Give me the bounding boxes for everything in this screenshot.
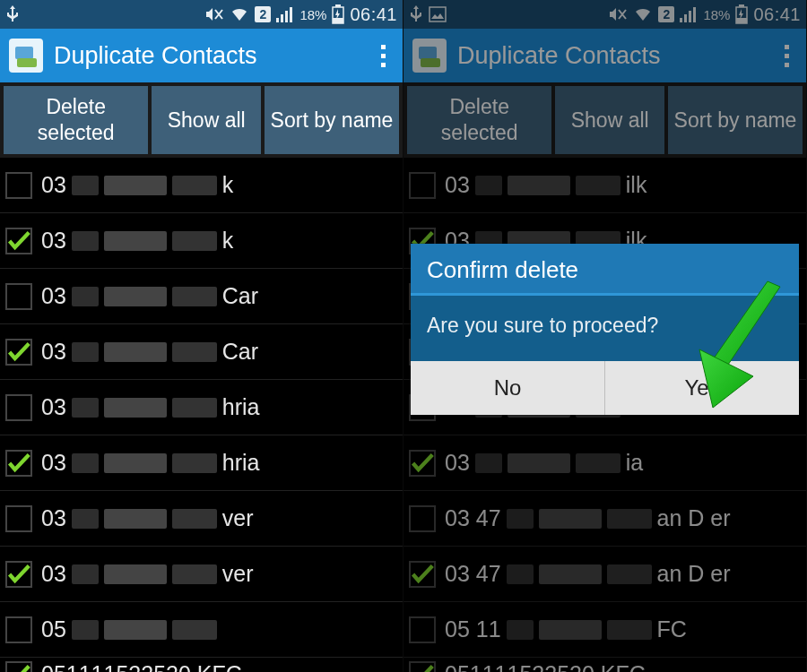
battery-percent: 18%: [299, 7, 326, 22]
list-item[interactable]: 03hria: [0, 435, 403, 491]
list-item[interactable]: 03k: [0, 213, 403, 269]
checkbox[interactable]: [5, 561, 32, 588]
contact-label: 03 47an D er: [445, 561, 731, 587]
usb-icon: [409, 5, 423, 23]
list-item[interactable]: 05: [0, 602, 403, 658]
delete-selected-button[interactable]: Delete selected: [4, 86, 148, 154]
list-item[interactable]: 03ver: [0, 547, 403, 602]
checkbox[interactable]: [5, 661, 32, 672]
contact-label: 03ver: [41, 505, 254, 531]
action-bar: Duplicate Contacts: [404, 29, 806, 82]
checkbox[interactable]: [409, 616, 436, 643]
battery-charging-icon: [735, 4, 748, 24]
contact-label: 03ver: [41, 561, 254, 587]
mute-icon: [608, 6, 628, 22]
checkbox[interactable]: [5, 339, 32, 366]
signal-icon: [276, 6, 294, 22]
sim-icon: 2: [255, 6, 271, 22]
battery-charging-icon: [332, 4, 344, 24]
list-item[interactable]: 03 47an D er: [404, 547, 806, 602]
list-item[interactable]: 05 11FC: [404, 602, 806, 658]
list-item[interactable]: 03k: [0, 158, 403, 213]
app-title: Duplicate Contacts: [457, 42, 765, 70]
svg-rect-3: [430, 7, 446, 22]
svg-rect-5: [739, 4, 744, 7]
contact-label: 03hria: [41, 450, 260, 476]
list-item[interactable]: 03hria: [0, 380, 403, 435]
dialog-title: Confirm delete: [411, 244, 799, 296]
checkbox[interactable]: [5, 228, 32, 254]
contact-label: 03Car: [41, 283, 258, 309]
show-all-button[interactable]: Show all: [555, 86, 664, 154]
checkbox[interactable]: [5, 616, 32, 643]
checkbox[interactable]: [5, 283, 32, 310]
list-item[interactable]: 03 47an D er: [404, 491, 806, 547]
wifi-icon: [230, 6, 249, 22]
confirm-delete-dialog: Confirm delete Are you sure to proceed? …: [411, 244, 799, 415]
status-time: 06:41: [350, 4, 397, 25]
contact-label: 051111522520 KFC: [41, 661, 242, 672]
contact-label: 03hria: [41, 394, 260, 420]
contact-label: 03k: [41, 228, 233, 254]
dialog-no-button[interactable]: No: [411, 361, 605, 415]
status-time: 06:41: [753, 4, 801, 25]
contact-label: 03k: [41, 172, 233, 198]
dialog-yes-button[interactable]: Yes: [605, 361, 799, 415]
toolbar: Delete selected Show all Sort by name: [0, 82, 403, 158]
contact-label: 051111522520 KFC: [445, 661, 646, 672]
contact-label: 03ilk: [445, 172, 646, 198]
list-item[interactable]: 03ver: [0, 491, 403, 547]
phone-screen-right: 2 18% 06:41 Duplicate Contacts Delete se…: [404, 0, 807, 672]
overflow-menu-icon[interactable]: [776, 45, 797, 67]
list-item[interactable]: 03ia: [404, 435, 806, 491]
sim-icon: 2: [658, 6, 674, 22]
checkbox[interactable]: [409, 661, 436, 672]
app-title: Duplicate Contacts: [54, 42, 361, 70]
checkbox[interactable]: [409, 172, 436, 199]
app-icon: [9, 39, 43, 73]
status-bar: 2 18% 06:41: [404, 0, 806, 29]
contact-label: 03 47an D er: [445, 505, 731, 531]
list-item[interactable]: 051111522520 KFC: [0, 658, 403, 672]
wifi-icon: [633, 6, 653, 22]
checkbox[interactable]: [5, 172, 32, 199]
contact-label: 05 11FC: [445, 616, 687, 642]
checkbox[interactable]: [409, 561, 436, 588]
action-bar: Duplicate Contacts: [0, 29, 403, 82]
checkbox[interactable]: [409, 505, 436, 532]
contact-label: 03Car: [41, 339, 258, 365]
list-item[interactable]: 03ilk: [404, 158, 806, 213]
list-item[interactable]: 03Car: [0, 269, 403, 324]
checkbox[interactable]: [5, 505, 32, 532]
list-item[interactable]: 051111522520 KFC: [404, 658, 806, 672]
list-item[interactable]: 03Car: [0, 324, 403, 380]
signal-icon: [680, 6, 698, 22]
picture-icon: [429, 6, 447, 22]
svg-rect-1: [335, 4, 341, 7]
dialog-body: Are you sure to proceed?: [411, 296, 799, 361]
checkbox[interactable]: [409, 450, 436, 477]
contact-list[interactable]: 03ilk03ilk03Car03Car03ia03ia03 47an D er…: [404, 158, 806, 672]
contact-list[interactable]: 03k03k03Car03Car03hria03hria03ver03ver05…: [0, 158, 403, 672]
usb-icon: [5, 5, 20, 23]
delete-selected-button[interactable]: Delete selected: [407, 86, 551, 154]
battery-percent: 18%: [703, 7, 730, 22]
checkbox[interactable]: [5, 450, 32, 477]
mute-icon: [204, 6, 224, 22]
contact-label: 05: [41, 616, 217, 642]
toolbar: Delete selected Show all Sort by name: [404, 82, 806, 158]
checkbox[interactable]: [5, 394, 32, 421]
status-bar: 2 18% 06:41: [0, 0, 403, 29]
svg-rect-2: [333, 18, 343, 23]
app-icon: [412, 39, 447, 73]
phone-screen-left: 2 18% 06:41 Duplicate Contacts Delete se…: [0, 0, 404, 672]
overflow-menu-icon[interactable]: [372, 45, 394, 67]
sort-by-name-button[interactable]: Sort by name: [668, 86, 803, 154]
show-all-button[interactable]: Show all: [152, 86, 261, 154]
svg-rect-6: [736, 18, 747, 23]
sort-by-name-button[interactable]: Sort by name: [265, 86, 399, 154]
contact-label: 03ia: [445, 450, 643, 476]
